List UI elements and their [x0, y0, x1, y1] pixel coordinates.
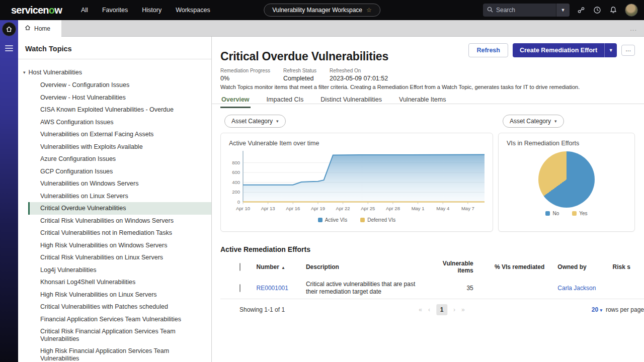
meta-label: Refreshed On	[330, 68, 388, 73]
sidebar-item-topic[interactable]: Azure Configuration Issues	[28, 153, 211, 165]
meta-value: 2023-05-09 07:01:52	[330, 75, 388, 82]
sidebar-item-topic[interactable]: Overview - Configuration Issues	[28, 79, 211, 92]
user-avatar[interactable]	[625, 4, 638, 17]
pagination: « ‹ 1 › »	[419, 304, 464, 315]
active-vi-over-time-card: Active Vulnerable Item over time 0200400…	[220, 133, 493, 232]
column-header-pct[interactable]: % VIs remediated	[481, 263, 551, 270]
svg-text:Apr 22: Apr 22	[336, 206, 350, 211]
global-search-input[interactable]: Search ▼	[483, 4, 570, 17]
workspace-pill[interactable]: Vulnerability Manager Workspace ☆	[264, 4, 380, 17]
search-scope-dropdown[interactable]: ▼	[556, 4, 570, 17]
prev-page-button[interactable]: ‹	[428, 306, 430, 313]
line-chart-legend: Active VIsDeferred VIs	[221, 217, 493, 223]
page-size-dropdown[interactable]: 20 ▾	[592, 306, 602, 313]
record-link[interactable]: RE0001001	[257, 285, 288, 292]
sidebar-item-topic[interactable]: GCP Configuration Issues	[28, 165, 211, 178]
nav-item-all[interactable]: All	[81, 7, 88, 14]
cell-owned-by: Carla Jackson	[550, 285, 612, 292]
sidebar-item-topic[interactable]: Log4j Vulnerabilities	[28, 264, 211, 277]
sidebar-item-topic[interactable]: Critical Vulnerabilities with Patches sc…	[28, 301, 211, 313]
history-clock-icon[interactable]	[593, 6, 602, 15]
sidebar-item-topic[interactable]: AWS Configuration Issues	[28, 116, 211, 129]
sidebar-item-topic[interactable]: CISA Known Exploited Vulnerabilities - O…	[28, 104, 211, 116]
sidebar-item-topic[interactable]: Vulnerabilities with Exploits Available	[28, 141, 211, 153]
sidebar-item-topic[interactable]: Critical Risk Vulnerabilities on Windows…	[28, 215, 211, 227]
sidebar-item-topic[interactable]: High Risk Vulnerabilities on Linux Serve…	[28, 289, 211, 301]
column-header-vuln[interactable]: Vulnerable items	[427, 260, 481, 274]
legend-swatch	[318, 218, 323, 222]
favorite-star-icon[interactable]: ☆	[366, 7, 372, 14]
tab-home[interactable]: Home	[18, 20, 61, 37]
tab-impacted-cis[interactable]: Impacted CIs	[266, 93, 305, 108]
svg-text:0: 0	[237, 199, 240, 205]
svg-text:Apr 16: Apr 16	[286, 206, 300, 211]
rows-per-page-label: rows per page	[606, 306, 644, 313]
pie-chart-legend: NoYes	[499, 211, 634, 216]
column-header-owned[interactable]: Owned by	[550, 263, 612, 270]
svg-text:May 1: May 1	[412, 206, 425, 211]
asset-category-filter-left[interactable]: Asset Category▾	[224, 115, 286, 128]
left-rail	[0, 20, 18, 362]
showing-count: Showing 1-1 of 1	[239, 306, 285, 313]
tab-distinct-vulnerabilities[interactable]: Distinct Vulnerabilities	[319, 93, 383, 108]
create-button-caret-icon[interactable]: ▼	[605, 43, 617, 57]
column-header-num[interactable]: Number▲	[257, 263, 306, 270]
last-page-button[interactable]: »	[461, 306, 465, 313]
cell-description: Critical active vulnerabilities that are…	[306, 281, 427, 296]
meta-value: Completed	[283, 75, 316, 82]
legend-item-deferred-vis: Deferred VIs	[360, 217, 395, 223]
first-page-button[interactable]: «	[419, 306, 422, 313]
remediation-efforts-table: Number▲DescriptionVulnerable items% VIs …	[239, 258, 644, 300]
sort-ascending-icon: ▲	[281, 265, 285, 270]
record-meta: Remediation Progress0%Refresh StatusComp…	[220, 68, 388, 82]
more-actions-button[interactable]: ...	[621, 45, 635, 56]
svg-text:Apr 25: Apr 25	[361, 206, 375, 211]
refresh-button[interactable]: Refresh	[468, 43, 508, 57]
topnav-menu: AllFavoritesHistoryWorkspaces	[81, 7, 210, 14]
tab-overflow-menu[interactable]: ...	[630, 25, 637, 32]
column-header-risk[interactable]: Risk s	[612, 263, 644, 270]
nav-item-history[interactable]: History	[142, 7, 162, 14]
current-page-button[interactable]: 1	[436, 304, 447, 315]
rail-menu-icon[interactable]	[5, 45, 13, 51]
sidebar-item-topic[interactable]: Vulnerabilities on External Facing Asset…	[28, 128, 211, 141]
table-body: RE0001001Critical active vulnerabilities…	[239, 276, 644, 300]
topic-group-host-vulnerabilities[interactable]: ▾ Host Vulnerabilities	[18, 66, 211, 79]
sidebar-item-topic[interactable]: Critical Risk Vulnerabilities on Linux S…	[28, 251, 211, 264]
asset-category-filter-right[interactable]: Asset Category▾	[503, 115, 564, 128]
rail-home-button[interactable]	[2, 22, 16, 36]
chevron-down-icon: ▾	[554, 119, 557, 124]
legend-swatch	[545, 211, 550, 216]
sidebar-item-topic[interactable]: Vulnerabilities on Windows Servers	[28, 177, 211, 190]
sidebar-item-topic[interactable]: Financial Application Services Team Vuln…	[28, 313, 211, 326]
notifications-bell-icon[interactable]	[609, 6, 618, 15]
tab-vulnerable-items[interactable]: Vulnerable Items	[398, 93, 447, 108]
column-header-desc[interactable]: Description	[306, 263, 427, 271]
pie-chart	[538, 151, 595, 208]
servicenow-logo[interactable]: servicenow	[11, 5, 62, 16]
nav-item-workspaces[interactable]: Workspaces	[176, 7, 210, 14]
connect-chat-icon[interactable]	[577, 6, 586, 15]
next-page-button[interactable]: ›	[453, 306, 455, 313]
legend-item-no: No	[545, 211, 559, 216]
nav-item-favorites[interactable]: Favorites	[102, 7, 128, 14]
legend-label: Deferred VIs	[367, 217, 395, 223]
sidebar-item-topic[interactable]: Khonsari Log4Shell Vulnerabilities	[28, 276, 211, 289]
sidebar-item-topic[interactable]: Overview - Host Vulnerabilities	[28, 92, 211, 104]
search-placeholder: Search	[496, 7, 556, 14]
tab-overview[interactable]: Overview	[220, 93, 251, 108]
owner-link[interactable]: Carla Jackson	[557, 285, 596, 292]
home-tab-label: Home	[34, 25, 50, 32]
create-remediation-effort-button[interactable]: Create Remediation Effort ▼	[513, 43, 617, 57]
select-all-checkbox[interactable]	[239, 263, 240, 271]
sidebar-item-topic[interactable]: Vulnerabilities on Linux Servers	[28, 190, 211, 203]
chevron-down-icon: ▾	[23, 70, 26, 75]
sidebar-item-topic[interactable]: High Risk Vulnerabilities on Windows Ser…	[28, 239, 211, 252]
meta-label: Refresh Status	[283, 68, 316, 73]
sidebar-item-topic[interactable]: High Risk Financial Application Services…	[28, 345, 211, 362]
sidebar-item-topic[interactable]: Critical Vulnerabilities not in Remediat…	[28, 227, 211, 239]
sidebar-item-topic[interactable]: Critical Overdue Vulnerabilities	[28, 202, 211, 215]
meta-field: Refreshed On2023-05-09 07:01:52	[330, 68, 388, 82]
sidebar-item-topic[interactable]: Critical Risk Financial Application Serv…	[28, 325, 211, 345]
row-checkbox[interactable]	[239, 284, 240, 292]
